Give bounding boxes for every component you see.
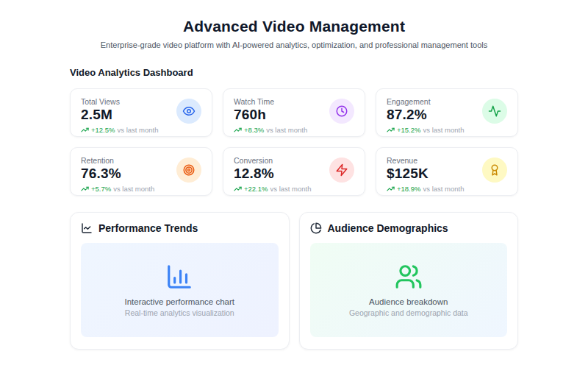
trending-up-icon bbox=[387, 185, 395, 193]
stat-trend: +8.3% vs last month bbox=[234, 126, 307, 134]
clock-icon bbox=[329, 99, 354, 124]
trend-suffix: vs last month bbox=[113, 185, 154, 193]
stat-label: Watch Time bbox=[234, 97, 307, 106]
stat-value: 12.8% bbox=[234, 166, 311, 182]
trend-percent: +22.1% bbox=[244, 185, 268, 193]
target-icon bbox=[176, 158, 201, 183]
stat-value: 2.5M bbox=[81, 107, 158, 123]
stat-card-retention: Retention 76.3% +5.7% vs last month bbox=[70, 147, 212, 196]
placeholder-title: Interactive performance chart bbox=[124, 297, 234, 306]
trend-percent: +18.9% bbox=[397, 185, 421, 193]
trending-up-icon bbox=[234, 126, 242, 134]
stats-grid: Total Views 2.5M +12.5% vs last month Wa… bbox=[70, 88, 518, 196]
chart-line-icon bbox=[81, 222, 93, 234]
panel-performance-trends: Performance Trends Interactive performan… bbox=[70, 212, 290, 350]
stat-label: Retention bbox=[81, 156, 154, 165]
stat-value: 87.2% bbox=[387, 107, 464, 123]
dashboard-content: Video Analytics Dashboard Total Views 2.… bbox=[70, 67, 518, 350]
stat-trend: +5.7% vs last month bbox=[81, 185, 154, 193]
award-icon bbox=[482, 158, 507, 183]
trend-suffix: vs last month bbox=[266, 126, 307, 134]
demographics-placeholder: Audience breakdown Geographic and demogr… bbox=[310, 243, 508, 337]
trend-suffix: vs last month bbox=[423, 185, 465, 193]
trending-up-icon bbox=[387, 126, 395, 134]
panel-header: Audience Demographics bbox=[310, 222, 508, 234]
stat-value: 76.3% bbox=[81, 166, 154, 182]
placeholder-title: Audience breakdown bbox=[369, 297, 448, 306]
stat-card-watch-time: Watch Time 760h +8.3% vs last month bbox=[223, 88, 365, 137]
stat-card-revenue: Revenue $125K +18.9% vs last month bbox=[376, 147, 518, 196]
trend-suffix: vs last month bbox=[423, 126, 465, 134]
stat-label: Revenue bbox=[387, 156, 464, 165]
section-title-analytics: Video Analytics Dashboard bbox=[70, 67, 518, 78]
trend-percent: +15.2% bbox=[397, 126, 421, 134]
video-management-page: Advanced Video Management Enterprise-gra… bbox=[0, 0, 588, 350]
activity-icon bbox=[482, 99, 507, 124]
stat-label: Conversion bbox=[234, 156, 311, 165]
users-icon bbox=[395, 263, 423, 291]
bar-chart-icon bbox=[165, 263, 193, 291]
trend-percent: +5.7% bbox=[91, 185, 111, 193]
trending-up-icon bbox=[234, 185, 242, 193]
stat-card-conversion: Conversion 12.8% +22.1% vs last month bbox=[223, 147, 365, 196]
page-header: Advanced Video Management Enterprise-gra… bbox=[0, 18, 588, 49]
trend-percent: +8.3% bbox=[244, 126, 264, 134]
trend-suffix: vs last month bbox=[270, 185, 312, 193]
zap-icon bbox=[329, 158, 354, 183]
stat-label: Total Views bbox=[81, 97, 158, 106]
pie-chart-icon bbox=[310, 222, 322, 234]
trend-suffix: vs last month bbox=[118, 126, 159, 134]
panel-audience-demographics: Audience Demographics Audience breakdown… bbox=[299, 212, 519, 350]
stat-trend: +22.1% vs last month bbox=[234, 185, 311, 193]
performance-chart-placeholder: Interactive performance chart Real-time … bbox=[81, 243, 279, 337]
page-title: Advanced Video Management bbox=[0, 18, 588, 35]
panel-header: Performance Trends bbox=[81, 222, 279, 234]
stat-value: 760h bbox=[234, 107, 307, 123]
placeholder-subtitle: Real-time analytics visualization bbox=[125, 308, 234, 317]
stat-value: $125K bbox=[387, 166, 464, 182]
stat-trend: +15.2% vs last month bbox=[387, 126, 464, 134]
stat-card-total-views: Total Views 2.5M +12.5% vs last month bbox=[70, 88, 212, 137]
panels-grid: Performance Trends Interactive performan… bbox=[70, 212, 518, 350]
panel-title: Audience Demographics bbox=[328, 222, 448, 234]
eye-icon bbox=[176, 99, 201, 124]
trend-percent: +12.5% bbox=[91, 126, 115, 134]
stat-label: Engagement bbox=[387, 97, 464, 106]
page-subtitle: Enterprise-grade video platform with AI-… bbox=[0, 40, 588, 49]
panel-title: Performance Trends bbox=[98, 222, 198, 234]
trending-up-icon bbox=[81, 126, 89, 134]
stat-trend: +18.9% vs last month bbox=[387, 185, 464, 193]
stat-card-engagement: Engagement 87.2% +15.2% vs last month bbox=[376, 88, 518, 137]
stat-trend: +12.5% vs last month bbox=[81, 126, 158, 134]
placeholder-subtitle: Geographic and demographic data bbox=[349, 308, 468, 317]
trending-up-icon bbox=[81, 185, 89, 193]
